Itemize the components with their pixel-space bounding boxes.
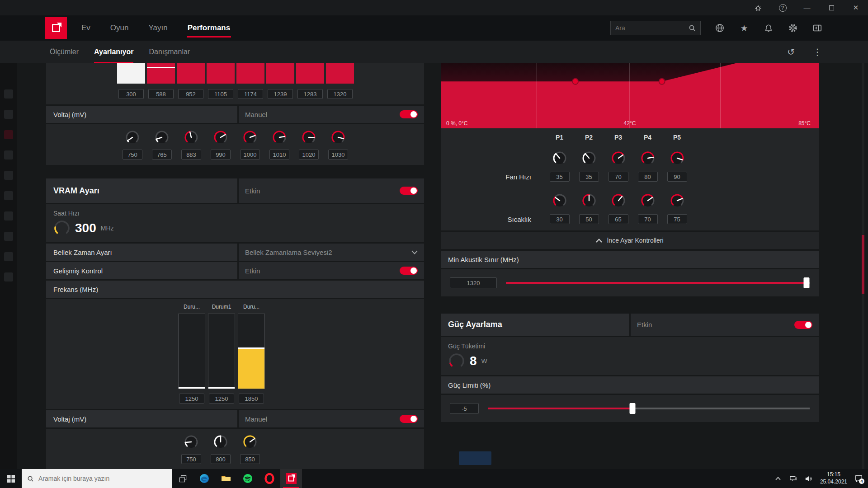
frequency-bar[interactable] xyxy=(177,63,205,84)
apply-button[interactable] xyxy=(459,451,491,465)
fan-temp-knob[interactable] xyxy=(552,193,567,208)
voltage-knob[interactable]: 1020 xyxy=(298,130,319,160)
frequency-value: 300 xyxy=(118,89,144,99)
frequency-value: 1283 xyxy=(297,89,323,99)
help-icon[interactable]: ? xyxy=(778,3,788,13)
subtab-advisors[interactable]: Danışmanlar xyxy=(149,41,190,63)
bell-icon[interactable] xyxy=(763,23,774,33)
taskbar-search[interactable] xyxy=(22,469,172,488)
fan-panel: 0 %, 0°C 42°C 85°C P1P2P3P4P5Fan HızıSıc… xyxy=(441,63,819,249)
subtab-tuning[interactable]: Ayarlanıyor xyxy=(94,41,133,63)
gpu-voltage-toggle[interactable] xyxy=(400,110,418,118)
state-slider[interactable] xyxy=(178,314,205,389)
voltage-knob[interactable]: 990 xyxy=(210,130,231,160)
search-input[interactable] xyxy=(615,24,685,32)
vram-voltage-label: Voltaj (mV) xyxy=(46,410,237,427)
acoustic-value[interactable]: 1320 xyxy=(450,277,497,288)
task-view-button[interactable] xyxy=(172,469,193,488)
state-slider[interactable] xyxy=(238,314,265,389)
fan-chart-origin-label: 0 %, 0°C xyxy=(446,120,467,127)
power-limit-handle[interactable] xyxy=(630,403,636,414)
kebab-menu-icon[interactable]: ⋮ xyxy=(813,47,822,57)
bug-report-icon[interactable] xyxy=(753,3,763,13)
voltage-knob[interactable]: 1000 xyxy=(240,130,260,160)
globe-icon[interactable] xyxy=(714,23,725,33)
nav-tab-performance[interactable]: Performans xyxy=(188,15,230,41)
power-title: Güç Ayarlama xyxy=(448,320,502,329)
frequency-bar[interactable] xyxy=(207,63,235,84)
fan-temp-value: 65 xyxy=(609,214,628,224)
action-center-icon[interactable]: 4 xyxy=(854,474,863,483)
voltage-knob[interactable]: 883 xyxy=(181,130,202,160)
voltage-knob[interactable]: 1030 xyxy=(328,130,349,160)
fan-speed-knob[interactable] xyxy=(640,150,656,166)
frequency-bar[interactable] xyxy=(117,63,145,84)
fan-temp-knob[interactable] xyxy=(611,193,626,208)
network-icon[interactable] xyxy=(789,474,797,483)
fan-temp-value: 70 xyxy=(638,214,658,224)
voltage-knob[interactable]: 750 xyxy=(181,434,202,464)
fan-speed-label: Fan Hızı xyxy=(505,173,545,181)
taskbar-search-input[interactable] xyxy=(38,475,166,482)
frequency-bar[interactable] xyxy=(326,63,354,84)
frequency-value: 1105 xyxy=(208,89,233,99)
fan-state-header: P3 xyxy=(614,134,622,141)
scrollbar-thumb[interactable] xyxy=(862,235,864,294)
amd-logo[interactable] xyxy=(45,17,67,39)
star-icon[interactable]: ★ xyxy=(739,23,750,33)
fan-speed-knob[interactable] xyxy=(552,150,567,166)
power-limit-value[interactable]: -5 xyxy=(450,403,479,414)
fan-temp-knob[interactable] xyxy=(670,193,685,208)
nav-tab-home[interactable]: Ev xyxy=(81,15,90,41)
minimize-button[interactable]: — xyxy=(802,3,812,13)
fan-temp-knob[interactable] xyxy=(640,193,656,208)
search-box[interactable] xyxy=(610,21,701,35)
file-explorer-icon[interactable] xyxy=(215,469,237,488)
advanced-control-label: Gelişmiş Kontrol xyxy=(46,262,237,279)
reset-icon[interactable]: ↺ xyxy=(787,47,795,57)
nav-tab-streaming[interactable]: Yayın xyxy=(148,15,167,41)
power-limit-slider[interactable] xyxy=(488,408,810,409)
fan-speed-knob[interactable] xyxy=(581,150,597,166)
power-toggle[interactable] xyxy=(794,321,812,329)
vram-toggle[interactable] xyxy=(400,187,418,195)
fan-curve-chart[interactable]: 0 %, 0°C 42°C 85°C xyxy=(441,63,819,128)
fan-temp-knob[interactable] xyxy=(581,193,597,208)
frequency-bar[interactable] xyxy=(296,63,324,84)
acoustic-slider[interactable] xyxy=(506,282,810,284)
taskbar-clock[interactable]: 15:15 25.04.2021 xyxy=(820,471,847,485)
fine-controls-toggle[interactable]: İnce Ayar Kontrolleri xyxy=(441,232,819,249)
radeon-software-icon[interactable] xyxy=(280,469,302,488)
advanced-control-toggle[interactable] xyxy=(400,267,418,275)
fan-speed-knob[interactable] xyxy=(611,150,626,166)
maximize-button[interactable] xyxy=(826,3,836,13)
background-app-icon xyxy=(4,232,13,241)
state-slider[interactable] xyxy=(208,314,235,389)
start-button[interactable] xyxy=(0,469,22,488)
voltage-knob[interactable]: 1010 xyxy=(269,130,290,160)
opera-icon[interactable] xyxy=(259,469,280,488)
voltage-knob[interactable]: 800 xyxy=(210,434,231,464)
spotify-icon[interactable] xyxy=(237,469,259,488)
voltage-knob[interactable]: 765 xyxy=(151,130,172,160)
voltage-knob[interactable]: 750 xyxy=(122,130,143,160)
fan-speed-knob[interactable] xyxy=(670,150,685,166)
acoustic-slider-handle[interactable] xyxy=(804,277,810,288)
subtab-metrics[interactable]: Ölçümler xyxy=(50,41,79,63)
fan-temp-value: 30 xyxy=(550,214,570,224)
volume-icon[interactable] xyxy=(805,474,813,483)
edge-icon[interactable] xyxy=(193,469,215,488)
memory-timing-dropdown[interactable]: Bellek Zamanlama Seviyesi2 xyxy=(239,244,424,261)
frequency-value: 588 xyxy=(148,89,174,99)
knob-value: 765 xyxy=(152,150,172,160)
frequency-bar[interactable] xyxy=(236,63,264,84)
sidebar-toggle-icon[interactable] xyxy=(812,23,823,33)
close-button[interactable]: ✕ xyxy=(851,3,861,13)
vram-voltage-toggle[interactable] xyxy=(400,415,418,423)
nav-tab-gaming[interactable]: Oyun xyxy=(110,15,129,41)
frequency-bar[interactable] xyxy=(266,63,294,84)
gear-icon[interactable] xyxy=(788,23,798,33)
voltage-knob[interactable]: 850 xyxy=(240,434,260,464)
tray-expand-icon[interactable] xyxy=(774,474,782,483)
frequency-bar[interactable] xyxy=(147,63,175,84)
